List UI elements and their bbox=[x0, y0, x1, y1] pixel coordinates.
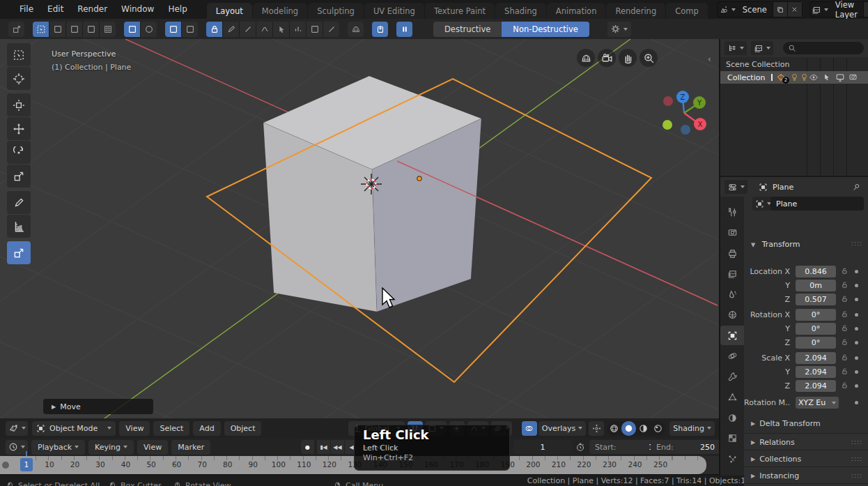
lock-icon[interactable] bbox=[840, 294, 848, 303]
timeline-menu-view[interactable]: View bbox=[137, 440, 168, 455]
animate-dot[interactable] bbox=[855, 370, 858, 374]
value-field[interactable]: 0m bbox=[796, 280, 836, 291]
mode-dropdown[interactable]: Object Mode bbox=[32, 421, 116, 436]
grid-dome-button[interactable] bbox=[348, 22, 364, 37]
rotation-mode-dropdown[interactable]: XYZ Eu bbox=[796, 397, 839, 409]
camera-view-button[interactable] bbox=[598, 49, 616, 67]
scene-unlink-button[interactable] bbox=[787, 2, 802, 17]
scene-name[interactable]: Scene bbox=[737, 5, 773, 15]
lock-icon[interactable] bbox=[840, 380, 848, 389]
panel-drag-dots-icon[interactable]: :::: bbox=[851, 472, 862, 479]
shading-wireframe-button[interactable] bbox=[607, 421, 621, 436]
tab-uv-editing[interactable]: UV Editing bbox=[364, 3, 424, 19]
outliner-display-mode-dropdown[interactable] bbox=[751, 41, 773, 55]
non-destructive-button[interactable]: Non-Destructive bbox=[502, 22, 589, 37]
panel-motion-paths[interactable]: ▶Motion Paths:::: bbox=[744, 483, 868, 486]
menu-help[interactable]: Help bbox=[161, 0, 194, 19]
record-button[interactable]: ● bbox=[301, 440, 314, 454]
gizmo-negative-z-ball[interactable] bbox=[681, 125, 690, 135]
outliner-search-input[interactable] bbox=[783, 42, 864, 54]
properties-tab-view-layer[interactable] bbox=[720, 264, 744, 284]
menu-render[interactable]: Render bbox=[70, 0, 114, 19]
properties-editor-dropdown[interactable] bbox=[724, 180, 747, 194]
tab-sculpting[interactable]: Sculpting bbox=[308, 3, 364, 19]
lock-icon[interactable] bbox=[840, 309, 848, 318]
animate-dot[interactable] bbox=[855, 284, 858, 287]
collection-row[interactable]: Collection 2 bbox=[720, 71, 868, 84]
box-3d-button[interactable] bbox=[307, 22, 323, 37]
animate-dot[interactable] bbox=[855, 356, 858, 360]
viewport-menu-object[interactable]: Object bbox=[224, 421, 262, 436]
transform-panel-header[interactable]: ▶ Transform :::: bbox=[744, 240, 868, 255]
value-field[interactable]: 0° bbox=[796, 337, 836, 349]
properties-tab-data[interactable] bbox=[720, 388, 744, 407]
timer-icon[interactable] bbox=[575, 442, 585, 452]
animate-dot[interactable] bbox=[855, 401, 858, 404]
viewport-menu-view[interactable]: View bbox=[119, 421, 150, 436]
lock-icon[interactable] bbox=[840, 366, 848, 375]
animate-dot[interactable] bbox=[855, 313, 858, 317]
tab-comp[interactable]: Comp bbox=[666, 3, 708, 19]
array-button[interactable] bbox=[290, 22, 306, 37]
timeline-menu-keying[interactable]: Keying bbox=[88, 440, 134, 455]
properties-tab-material[interactable] bbox=[720, 408, 744, 427]
tab-layout[interactable]: Layout bbox=[207, 3, 252, 19]
3d-viewport[interactable]: User Perspective (1) Collection | Plane … bbox=[0, 39, 719, 418]
object-name-field[interactable]: Plane bbox=[770, 197, 864, 211]
animate-dot[interactable] bbox=[855, 327, 858, 331]
panel-drag-dots-icon[interactable]: :::: bbox=[851, 439, 862, 446]
disable-render-camera-icon[interactable] bbox=[848, 73, 858, 82]
tab-shading[interactable]: Shading bbox=[495, 3, 546, 19]
disable-viewport-monitor-icon[interactable] bbox=[835, 73, 845, 82]
orient-b-button[interactable] bbox=[182, 22, 198, 37]
lock-icon[interactable] bbox=[840, 266, 848, 275]
curve-cut-button[interactable] bbox=[256, 22, 272, 37]
box-edge-button[interactable] bbox=[83, 22, 99, 37]
scene-copy-button[interactable] bbox=[773, 2, 787, 17]
viewport-menu-add[interactable]: Add bbox=[193, 421, 220, 436]
pan-view-button[interactable] bbox=[619, 49, 637, 67]
tool-boxcutter[interactable] bbox=[7, 241, 31, 264]
hook-button[interactable] bbox=[372, 22, 388, 37]
timeline-menu-playback[interactable]: Playback bbox=[31, 440, 85, 455]
panel-drag-dots-icon[interactable]: :::: bbox=[851, 455, 862, 462]
gizmo-negative-y-ball[interactable] bbox=[662, 120, 672, 130]
tool-cursor[interactable] bbox=[7, 67, 31, 90]
menu-window[interactable]: Window bbox=[114, 0, 161, 19]
panel-drag-dots-icon[interactable]: :::: bbox=[851, 240, 862, 247]
box-grid-button[interactable] bbox=[100, 22, 116, 37]
menu-edit[interactable]: Edit bbox=[40, 0, 70, 19]
pause-button[interactable] bbox=[396, 22, 412, 37]
tool-rotate[interactable] bbox=[7, 141, 31, 164]
value-field[interactable]: 0° bbox=[796, 309, 836, 321]
properties-tab-object[interactable] bbox=[720, 326, 744, 345]
lock-icon[interactable] bbox=[840, 337, 848, 346]
tool-select-box[interactable] bbox=[7, 43, 31, 66]
lock-icon[interactable] bbox=[840, 352, 848, 361]
animate-dot[interactable] bbox=[855, 298, 858, 301]
jump-to-start-button[interactable]: ▮◀ bbox=[317, 440, 330, 454]
slant-button[interactable] bbox=[323, 22, 339, 37]
menu-file[interactable]: File bbox=[13, 0, 40, 19]
view-layer-selector[interactable]: View Layer bbox=[809, 1, 868, 17]
gizmos-toggle-button[interactable] bbox=[589, 421, 604, 436]
orient-a-button[interactable] bbox=[165, 22, 181, 37]
frame-start-field[interactable]: Start: 1 bbox=[589, 440, 659, 454]
properties-tab-particles[interactable] bbox=[720, 449, 744, 469]
tab-texture-paint[interactable]: Texture Paint bbox=[425, 3, 495, 19]
tab-modeling[interactable]: Modeling bbox=[253, 3, 307, 19]
tool-measure[interactable] bbox=[7, 215, 31, 238]
operator-panel-move[interactable]: ▶ Move bbox=[43, 399, 153, 414]
tool-annotate[interactable] bbox=[7, 191, 31, 214]
outliner-editor-dropdown[interactable] bbox=[724, 41, 747, 55]
view-layer-icon[interactable] bbox=[810, 2, 830, 17]
box-select-button[interactable] bbox=[33, 22, 49, 37]
cube-object[interactable] bbox=[263, 76, 481, 312]
destructive-button[interactable]: Destructive bbox=[433, 22, 502, 37]
tool-scale[interactable] bbox=[7, 165, 31, 188]
panel-relations[interactable]: ▶Relations:::: bbox=[744, 433, 868, 450]
expand-button[interactable] bbox=[8, 22, 24, 37]
properties-tab-output[interactable] bbox=[720, 243, 744, 263]
gizmo-y-ball[interactable]: Y bbox=[693, 96, 706, 109]
view-layer-copy-button[interactable] bbox=[863, 2, 868, 17]
